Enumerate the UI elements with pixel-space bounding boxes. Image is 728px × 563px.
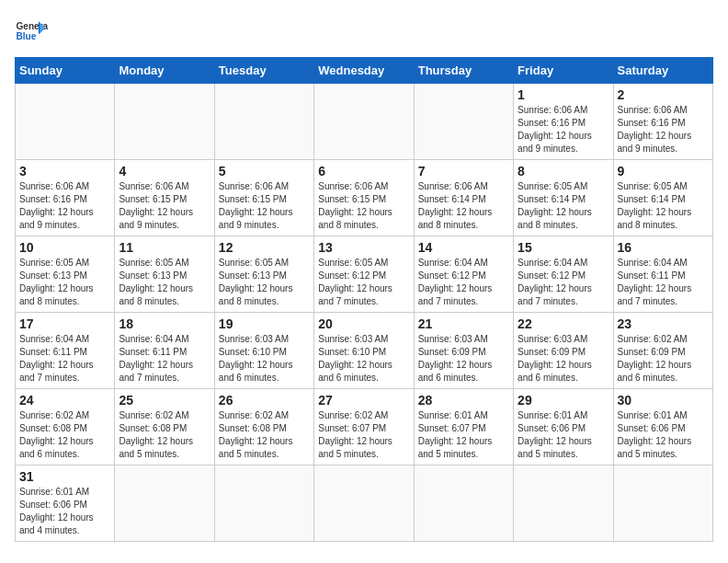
- calendar-cell: 22Sunrise: 6:03 AM Sunset: 6:09 PM Dayli…: [514, 313, 613, 389]
- calendar-week-5: 31Sunrise: 6:01 AM Sunset: 6:06 PM Dayli…: [16, 465, 713, 542]
- day-number: 18: [119, 316, 210, 331]
- day-number: 1: [518, 87, 609, 102]
- calendar-week-3: 17Sunrise: 6:04 AM Sunset: 6:11 PM Dayli…: [16, 313, 713, 389]
- calendar-cell: 19Sunrise: 6:03 AM Sunset: 6:10 PM Dayli…: [214, 313, 313, 389]
- day-number: 21: [418, 316, 509, 331]
- calendar-cell: 10Sunrise: 6:05 AM Sunset: 6:13 PM Dayli…: [16, 236, 115, 313]
- day-info: Sunrise: 6:03 AM Sunset: 6:09 PM Dayligh…: [418, 333, 509, 385]
- calendar-week-4: 24Sunrise: 6:02 AM Sunset: 6:08 PM Dayli…: [16, 389, 713, 465]
- calendar-cell: 27Sunrise: 6:02 AM Sunset: 6:07 PM Dayli…: [314, 389, 414, 465]
- day-number: 6: [318, 164, 409, 178]
- day-number: 4: [119, 164, 210, 178]
- day-info: Sunrise: 6:06 AM Sunset: 6:15 PM Dayligh…: [318, 180, 409, 232]
- day-number: 30: [618, 393, 709, 408]
- day-number: 22: [518, 316, 609, 331]
- day-info: Sunrise: 6:06 AM Sunset: 6:16 PM Dayligh…: [518, 104, 609, 155]
- calendar-cell: 11Sunrise: 6:05 AM Sunset: 6:13 PM Dayli…: [115, 236, 214, 313]
- calendar-cell: [514, 465, 613, 542]
- day-info: Sunrise: 6:01 AM Sunset: 6:06 PM Dayligh…: [618, 409, 709, 461]
- day-info: Sunrise: 6:01 AM Sunset: 6:06 PM Dayligh…: [518, 409, 609, 461]
- day-header-thursday: Thursday: [414, 58, 513, 84]
- day-info: Sunrise: 6:02 AM Sunset: 6:07 PM Dayligh…: [318, 409, 409, 461]
- day-info: Sunrise: 6:02 AM Sunset: 6:08 PM Dayligh…: [219, 409, 310, 461]
- day-info: Sunrise: 6:06 AM Sunset: 6:16 PM Dayligh…: [19, 180, 110, 232]
- day-number: 26: [219, 393, 310, 408]
- day-info: Sunrise: 6:05 AM Sunset: 6:14 PM Dayligh…: [518, 180, 609, 232]
- calendar-cell: 25Sunrise: 6:02 AM Sunset: 6:08 PM Dayli…: [115, 389, 214, 465]
- calendar-cell: [414, 84, 513, 160]
- day-info: Sunrise: 6:04 AM Sunset: 6:11 PM Dayligh…: [618, 257, 709, 308]
- calendar-cell: 13Sunrise: 6:05 AM Sunset: 6:12 PM Dayli…: [314, 236, 414, 313]
- svg-text:Blue: Blue: [16, 31, 36, 41]
- day-number: 31: [19, 469, 110, 484]
- logo: General Blue: [15, 15, 48, 48]
- calendar-week-0: 1Sunrise: 6:06 AM Sunset: 6:16 PM Daylig…: [16, 84, 713, 160]
- day-number: 11: [119, 240, 210, 255]
- calendar-cell: 8Sunrise: 6:05 AM Sunset: 6:14 PM Daylig…: [514, 160, 613, 236]
- calendar-cell: [115, 84, 214, 160]
- day-number: 5: [219, 164, 310, 178]
- day-info: Sunrise: 6:06 AM Sunset: 6:16 PM Dayligh…: [618, 104, 709, 155]
- day-number: 14: [418, 240, 509, 255]
- calendar-table: SundayMondayTuesdayWednesdayThursdayFrid…: [15, 57, 713, 542]
- day-info: Sunrise: 6:01 AM Sunset: 6:07 PM Dayligh…: [418, 409, 509, 461]
- calendar-cell: [414, 465, 513, 542]
- day-info: Sunrise: 6:03 AM Sunset: 6:10 PM Dayligh…: [318, 333, 409, 385]
- day-number: 3: [19, 164, 110, 178]
- day-number: 17: [19, 316, 110, 331]
- header: General Blue: [15, 15, 713, 48]
- calendar-body: 1Sunrise: 6:06 AM Sunset: 6:16 PM Daylig…: [16, 84, 713, 542]
- calendar-cell: [214, 465, 313, 542]
- day-info: Sunrise: 6:05 AM Sunset: 6:13 PM Dayligh…: [19, 257, 110, 308]
- day-number: 15: [518, 240, 609, 255]
- calendar-cell: [314, 84, 414, 160]
- day-info: Sunrise: 6:05 AM Sunset: 6:13 PM Dayligh…: [219, 257, 310, 308]
- calendar-cell: [214, 84, 313, 160]
- calendar-cell: 4Sunrise: 6:06 AM Sunset: 6:15 PM Daylig…: [115, 160, 214, 236]
- day-header-saturday: Saturday: [613, 58, 712, 84]
- calendar-cell: 7Sunrise: 6:06 AM Sunset: 6:14 PM Daylig…: [414, 160, 513, 236]
- day-header-friday: Friday: [514, 58, 613, 84]
- day-info: Sunrise: 6:05 AM Sunset: 6:12 PM Dayligh…: [318, 257, 409, 308]
- day-info: Sunrise: 6:04 AM Sunset: 6:12 PM Dayligh…: [518, 257, 609, 308]
- day-number: 28: [418, 393, 509, 408]
- day-info: Sunrise: 6:04 AM Sunset: 6:12 PM Dayligh…: [418, 257, 509, 308]
- calendar-cell: 1Sunrise: 6:06 AM Sunset: 6:16 PM Daylig…: [514, 84, 613, 160]
- calendar-cell: [314, 465, 414, 542]
- calendar-cell: 21Sunrise: 6:03 AM Sunset: 6:09 PM Dayli…: [414, 313, 513, 389]
- calendar-cell: 28Sunrise: 6:01 AM Sunset: 6:07 PM Dayli…: [414, 389, 513, 465]
- calendar-cell: 6Sunrise: 6:06 AM Sunset: 6:15 PM Daylig…: [314, 160, 414, 236]
- day-number: 25: [119, 393, 210, 408]
- calendar-cell: 12Sunrise: 6:05 AM Sunset: 6:13 PM Dayli…: [214, 236, 313, 313]
- day-info: Sunrise: 6:02 AM Sunset: 6:09 PM Dayligh…: [618, 333, 709, 385]
- day-number: 29: [518, 393, 609, 408]
- calendar-header-row: SundayMondayTuesdayWednesdayThursdayFrid…: [16, 58, 713, 84]
- day-info: Sunrise: 6:01 AM Sunset: 6:06 PM Dayligh…: [19, 486, 110, 537]
- day-info: Sunrise: 6:04 AM Sunset: 6:11 PM Dayligh…: [19, 333, 110, 385]
- calendar-cell: 23Sunrise: 6:02 AM Sunset: 6:09 PM Dayli…: [613, 313, 712, 389]
- day-info: Sunrise: 6:02 AM Sunset: 6:08 PM Dayligh…: [119, 409, 210, 461]
- day-number: 2: [618, 87, 709, 102]
- day-number: 13: [318, 240, 409, 255]
- day-number: 16: [618, 240, 709, 255]
- calendar-cell: 31Sunrise: 6:01 AM Sunset: 6:06 PM Dayli…: [16, 465, 115, 542]
- day-header-wednesday: Wednesday: [314, 58, 414, 84]
- calendar-cell: [115, 465, 214, 542]
- calendar-week-1: 3Sunrise: 6:06 AM Sunset: 6:16 PM Daylig…: [16, 160, 713, 236]
- calendar-week-2: 10Sunrise: 6:05 AM Sunset: 6:13 PM Dayli…: [16, 236, 713, 313]
- day-number: 10: [19, 240, 110, 255]
- day-number: 8: [518, 164, 609, 178]
- day-header-monday: Monday: [115, 58, 214, 84]
- day-info: Sunrise: 6:05 AM Sunset: 6:13 PM Dayligh…: [119, 257, 210, 308]
- calendar-cell: 20Sunrise: 6:03 AM Sunset: 6:10 PM Dayli…: [314, 313, 414, 389]
- day-info: Sunrise: 6:06 AM Sunset: 6:15 PM Dayligh…: [219, 180, 310, 232]
- calendar-cell: [16, 84, 115, 160]
- calendar-cell: 30Sunrise: 6:01 AM Sunset: 6:06 PM Dayli…: [613, 389, 712, 465]
- day-number: 20: [318, 316, 409, 331]
- calendar-cell: 9Sunrise: 6:05 AM Sunset: 6:14 PM Daylig…: [613, 160, 712, 236]
- day-header-tuesday: Tuesday: [214, 58, 313, 84]
- day-info: Sunrise: 6:02 AM Sunset: 6:08 PM Dayligh…: [19, 409, 110, 461]
- calendar-cell: 16Sunrise: 6:04 AM Sunset: 6:11 PM Dayli…: [613, 236, 712, 313]
- day-info: Sunrise: 6:03 AM Sunset: 6:09 PM Dayligh…: [518, 333, 609, 385]
- day-number: 12: [219, 240, 310, 255]
